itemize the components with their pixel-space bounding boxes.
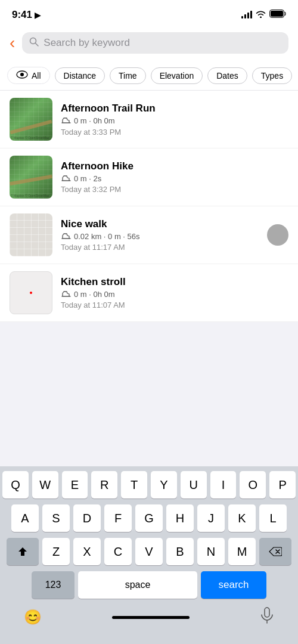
activity-time: Today at 11:17 AM [61, 243, 259, 252]
filter-time[interactable]: Time [110, 67, 146, 84]
status-icons [241, 10, 286, 20]
key-w[interactable]: W [32, 471, 58, 499]
activity-item[interactable]: © Mapbox © OpenStreetMap Afternoon Hike … [0, 148, 298, 206]
delete-key[interactable] [259, 538, 291, 565]
activity-time: Today at 3:32 PM [61, 185, 288, 194]
activity-stats-text: 0.02 km · 0 m · 56s [74, 232, 140, 241]
activity-stats: 0 m · 0h 0m [61, 289, 288, 299]
battery-icon [269, 10, 286, 20]
key-f[interactable]: F [104, 504, 132, 532]
activity-info: Kitchen stroll 0 m · 0h 0m Today at 11:0… [61, 276, 288, 309]
wifi-icon [256, 10, 266, 20]
key-v[interactable]: V [135, 538, 163, 565]
filter-time-label: Time [119, 71, 137, 80]
key-e[interactable]: E [62, 471, 88, 499]
activity-time: Today at 11:07 AM [61, 301, 288, 309]
key-p[interactable]: P [269, 471, 296, 499]
activity-item[interactable]: © Mapbox © OpenStreetMap Afternoon Trail… [0, 91, 298, 148]
filter-elevation-label: Elevation [160, 71, 194, 80]
key-u[interactable]: U [181, 471, 207, 499]
activity-thumbnail: © Mapbox © OpenStreetMap [10, 156, 52, 199]
key-k[interactable]: K [228, 504, 256, 532]
key-o[interactable]: O [240, 471, 266, 499]
key-i[interactable]: I [210, 471, 237, 499]
filter-types[interactable]: Types [252, 67, 292, 84]
svg-rect-1 [271, 11, 283, 17]
activity-name: Nice walk [61, 218, 259, 230]
key-m[interactable]: M [228, 538, 256, 565]
key-h[interactable]: H [166, 504, 194, 532]
key-y[interactable]: Y [151, 471, 177, 499]
activity-stats: 0 m · 0h 0m [61, 116, 288, 126]
search-key[interactable]: search [201, 571, 266, 599]
key-s[interactable]: S [42, 504, 70, 532]
activity-name: Afternoon Trail Run [61, 103, 288, 114]
keyboard-bottom-bar: 😊 [0, 601, 298, 644]
mic-button[interactable] [260, 607, 274, 627]
space-key-label: space [125, 580, 151, 590]
filter-all[interactable]: All [7, 67, 50, 84]
search-icon [29, 37, 39, 49]
svg-line-3 [36, 44, 39, 47]
filter-dates[interactable]: Dates [207, 67, 247, 84]
signal-bars [241, 11, 252, 18]
keyboard-row-3: Z X C V B N M [2, 538, 296, 565]
shift-key[interactable] [7, 538, 39, 565]
activity-thumbnail [10, 271, 52, 314]
search-placeholder: Search by keyword [44, 37, 281, 49]
filter-distance-label: Distance [64, 71, 96, 80]
key-q[interactable]: Q [2, 471, 29, 499]
back-button[interactable]: ‹ [10, 35, 15, 51]
status-time: 9:41 ▶ [12, 9, 41, 21]
key-b[interactable]: B [166, 538, 194, 565]
status-bar: 9:41 ▶ [0, 0, 298, 26]
key-d[interactable]: D [73, 504, 101, 532]
numbers-key[interactable]: 123 [32, 571, 74, 599]
filter-distance[interactable]: Distance [55, 67, 105, 84]
search-bar-area: ‹ Search by keyword [0, 26, 298, 61]
activity-info: Afternoon Hike 0 m · 2s Today at 3:32 PM [61, 160, 288, 194]
activity-type-icon [61, 116, 72, 126]
activity-list: © Mapbox © OpenStreetMap Afternoon Trail… [0, 91, 298, 322]
activity-thumbnail [10, 213, 52, 256]
space-key[interactable]: space [78, 571, 197, 599]
key-r[interactable]: R [91, 471, 117, 499]
location-icon: ▶ [35, 11, 41, 20]
key-x[interactable]: X [73, 538, 101, 565]
activity-info: Nice walk 0.02 km · 0 m · 56s Today at 1… [61, 218, 259, 252]
activity-info: Afternoon Trail Run 0 m · 0h 0m Today at… [61, 103, 288, 137]
activity-stats: 0.02 km · 0 m · 56s [61, 231, 259, 242]
filter-dates-label: Dates [216, 71, 238, 80]
search-key-label: search [218, 579, 249, 591]
key-g[interactable]: G [135, 504, 163, 532]
key-z[interactable]: Z [42, 538, 70, 565]
activity-name: Kitchen stroll [61, 276, 288, 288]
activity-stats: 0 m · 2s [61, 174, 288, 184]
filter-chips: All Distance Time Elevation Dates Types [0, 61, 298, 91]
activity-item[interactable]: Nice walk 0.02 km · 0 m · 56s Today at 1… [0, 206, 298, 264]
activity-item[interactable]: Kitchen stroll 0 m · 0h 0m Today at 11:0… [0, 264, 298, 322]
key-l[interactable]: L [259, 504, 287, 532]
numbers-key-label: 123 [45, 580, 61, 590]
filter-all-label: All [32, 71, 41, 80]
keyboard-row-4: 123 space search [2, 571, 296, 599]
keyboard-row-2: A S D F G H J K L [2, 504, 296, 532]
activity-type-icon [61, 289, 72, 299]
home-indicator [112, 616, 190, 619]
svg-point-5 [20, 73, 24, 76]
emoji-button[interactable]: 😊 [24, 609, 42, 626]
activity-thumbnail: © Mapbox © OpenStreetMap [10, 98, 52, 141]
key-a[interactable]: A [11, 504, 39, 532]
key-t[interactable]: T [121, 471, 147, 499]
activity-type-icon [61, 174, 72, 184]
time-display: 9:41 [12, 9, 32, 21]
filter-elevation[interactable]: Elevation [151, 67, 203, 84]
activity-time: Today at 3:33 PM [61, 128, 288, 137]
key-c[interactable]: C [104, 538, 132, 565]
keyboard: Q W E R T Y U I O P A S D F G H J K L [0, 466, 298, 644]
keyboard-row-1: Q W E R T Y U I O P [2, 471, 296, 499]
activity-indicator [267, 224, 288, 246]
key-j[interactable]: J [197, 504, 225, 532]
search-input-wrap[interactable]: Search by keyword [22, 32, 288, 54]
key-n[interactable]: N [197, 538, 225, 565]
